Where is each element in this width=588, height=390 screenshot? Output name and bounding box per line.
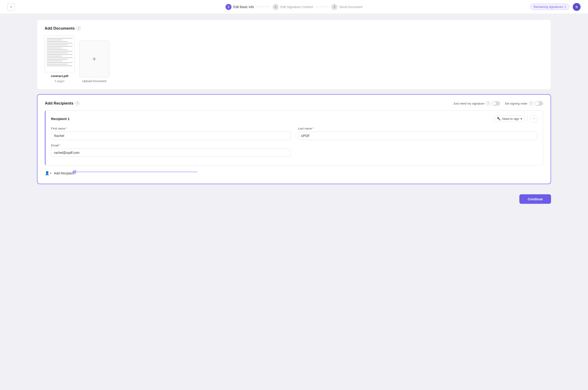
upload-document-item: + Upload Document	[79, 41, 109, 83]
step-1: 1 Edit Basic Info	[226, 4, 254, 10]
doc-line	[47, 54, 73, 55]
recipient-1-header: Recipient 1 ✒️ Need to sign ▾ ···	[51, 115, 537, 122]
upload-document-label: Upload Document	[82, 79, 106, 83]
last-name-group: Last name*	[298, 127, 537, 140]
add-recipients-card: Add Recipients ? Just need my signature …	[37, 94, 551, 184]
add-documents-help-icon[interactable]: ?	[77, 26, 81, 31]
step-1-circle: 1	[226, 4, 232, 10]
add-recipients-help-icon[interactable]: ?	[75, 101, 80, 105]
add-recipients-title: Add Recipients ?	[45, 101, 80, 106]
email-spacer	[298, 144, 537, 157]
step-3: 3 Send Document	[332, 4, 362, 10]
first-name-required: *	[66, 127, 67, 130]
last-name-input[interactable]	[298, 132, 537, 140]
main-content: Add Documents ?	[0, 14, 588, 190]
doc-line	[47, 57, 73, 58]
more-options-button[interactable]: ···	[530, 115, 537, 122]
name-form-row: First name* Last name*	[51, 127, 537, 140]
add-documents-title: Add Documents ?	[44, 26, 544, 31]
close-button[interactable]: ×	[7, 3, 15, 11]
dropdown-chevron-icon: ▾	[520, 117, 522, 121]
doc-line	[47, 38, 73, 39]
plus-icon: +	[92, 55, 96, 63]
header: × 1 Edit Basic Info 2 Edit Signature Con…	[0, 0, 588, 14]
doc-line	[47, 45, 68, 45]
set-signing-order-toggle[interactable]	[535, 101, 543, 106]
document-item: contract.pdf 5 pages	[44, 35, 75, 83]
doc-line	[47, 59, 68, 60]
header-right: Remaining signatures: 1 h	[530, 3, 581, 11]
doc-line	[47, 62, 73, 63]
step-2-circle: 2	[273, 4, 279, 10]
avatar: h	[573, 3, 581, 11]
email-group: Email*	[51, 144, 291, 157]
doc-line	[47, 43, 73, 44]
step-3-label: Send Document	[339, 5, 362, 9]
recipients-header: Add Recipients ? Just need my signature …	[45, 101, 543, 106]
step-2: 2 Edit Signature Content	[273, 4, 313, 10]
doc-line	[47, 48, 62, 48]
first-name-label: First name*	[51, 127, 291, 130]
just-my-signature-help-icon[interactable]: ?	[486, 101, 490, 105]
need-to-sign-label: Need to sign	[502, 117, 519, 121]
set-signing-order-option: Set signing order ?	[505, 101, 543, 106]
continue-button[interactable]: Continue	[519, 194, 551, 204]
recipient-1-box: Recipient 1 ✒️ Need to sign ▾ ···	[45, 110, 543, 165]
doc-line	[47, 40, 62, 40]
set-signing-order-label: Set signing order	[505, 102, 527, 105]
email-input[interactable]	[51, 148, 291, 157]
doc-line	[47, 64, 68, 64]
document-thumbnail[interactable]	[44, 35, 75, 72]
just-my-signature-option: Just need my signature ?	[453, 101, 500, 106]
add-recipient-label: Add Recipient	[54, 171, 74, 175]
upload-document-button[interactable]: +	[79, 41, 109, 78]
remaining-signatures-badge: Remaining signatures: 1	[530, 4, 570, 10]
close-icon: ×	[10, 5, 12, 9]
step-1-label: Edit Basic Info	[233, 5, 254, 9]
email-required: *	[59, 144, 60, 147]
footer: Continue	[0, 190, 588, 208]
last-name-label: Last name*	[298, 127, 537, 130]
pen-icon: ✒️	[497, 117, 501, 121]
first-name-group: First name*	[51, 127, 291, 140]
doc-line	[47, 56, 62, 56]
step-3-circle: 3	[332, 4, 337, 10]
last-name-required: *	[312, 127, 314, 130]
first-name-input[interactable]	[51, 132, 291, 140]
doc-line	[47, 52, 68, 53]
add-documents-card: Add Documents ?	[37, 19, 551, 90]
set-signing-order-help-icon[interactable]: ?	[529, 101, 533, 105]
doc-line	[47, 41, 68, 42]
doc-line	[47, 61, 62, 61]
step-2-label: Edit Signature Content	[280, 5, 313, 9]
add-person-icon: 👤+	[45, 171, 51, 175]
doc-line	[47, 46, 73, 47]
document-pages: 5 pages	[55, 80, 65, 83]
need-to-sign-button[interactable]: ✒️ Need to sign ▾	[494, 115, 525, 122]
step-connector-2	[315, 7, 329, 7]
email-form-row: Email*	[51, 144, 537, 157]
recipient-1-actions: ✒️ Need to sign ▾ ···	[494, 115, 537, 122]
doc-line	[47, 49, 68, 50]
steps-container: 1 Edit Basic Info 2 Edit Signature Conte…	[226, 4, 363, 10]
just-my-signature-toggle[interactable]	[492, 101, 500, 106]
step-connector-1	[256, 7, 270, 7]
doc-line	[47, 51, 73, 51]
add-recipient-container: 👤+ Add Recipient	[45, 169, 543, 177]
actions-divider	[527, 116, 528, 121]
just-my-signature-label: Just need my signature	[453, 102, 484, 105]
recipient-1-title: Recipient 1	[51, 117, 70, 121]
more-icon: ···	[532, 117, 535, 121]
email-label: Email*	[51, 144, 291, 147]
documents-row: contract.pdf 5 pages + Upload Document	[44, 35, 544, 83]
add-recipient-row[interactable]: 👤+ Add Recipient	[45, 169, 543, 177]
recipients-options: Just need my signature ? Set signing ord…	[453, 101, 543, 106]
toggle-thumb-2	[535, 101, 539, 105]
doc-line	[47, 65, 73, 66]
toggle-thumb	[492, 101, 496, 105]
document-name: contract.pdf	[51, 74, 68, 78]
